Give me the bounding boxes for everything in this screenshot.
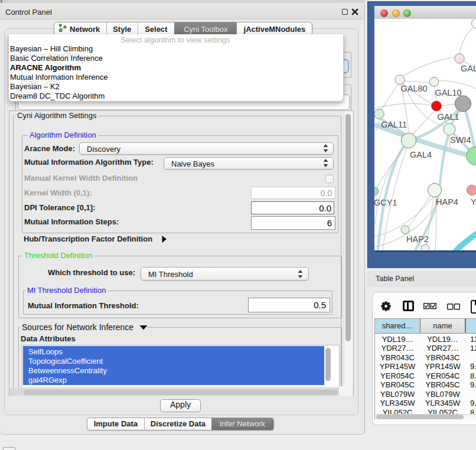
svg-text:GAL4: GAL4	[410, 150, 432, 159]
svg-text:SWI4: SWI4	[450, 135, 471, 145]
svg-text:HAP2: HAP2	[406, 234, 429, 244]
svg-text:GAL10: GAL10	[435, 88, 461, 97]
svg-text:GAL: GAL	[461, 64, 476, 73]
svg-text:Y: Y	[471, 197, 476, 207]
svg-text:GAL11: GAL11	[381, 120, 407, 129]
svg-text:HAP4: HAP4	[436, 197, 458, 207]
svg-text:GAL80: GAL80	[401, 84, 428, 93]
svg-text:GCY1: GCY1	[374, 198, 397, 207]
svg-text:GAL1: GAL1	[438, 112, 459, 122]
